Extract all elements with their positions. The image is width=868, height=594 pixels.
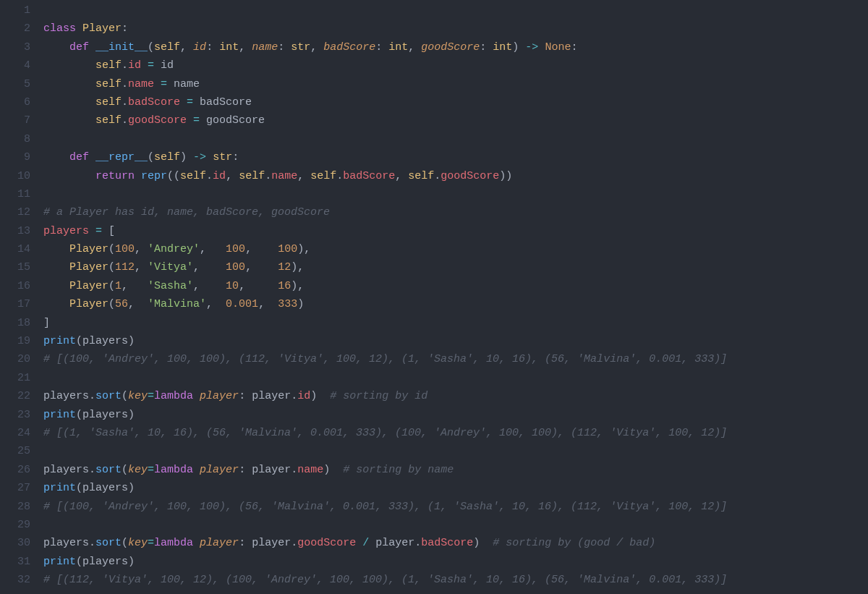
token-p: ( — [122, 537, 128, 549]
token-op: -> — [525, 41, 538, 54]
token-attr: id — [128, 59, 141, 72]
code-line[interactable]: players.sort(key=lambda player: player.i… — [43, 387, 868, 405]
line-number: 5 — [0, 75, 30, 93]
token-c: # sorting by id — [330, 390, 427, 402]
code-line[interactable]: self.badScore = badScore — [43, 93, 868, 111]
token-p: , — [297, 170, 310, 182]
code-line[interactable]: print(players) — [43, 332, 868, 350]
token-p: ] — [43, 317, 50, 329]
code-line[interactable]: self.name = name — [43, 75, 868, 93]
token-p: ) — [128, 409, 135, 421]
token-k: def — [69, 151, 89, 164]
token-cls: Player — [69, 243, 109, 255]
code-line[interactable] — [43, 130, 868, 148]
token-p: players — [82, 409, 128, 421]
token-p — [154, 78, 161, 90]
line-number: 20 — [0, 350, 30, 368]
code-line[interactable]: players = [ — [43, 222, 868, 240]
token-fn: sort — [95, 390, 122, 402]
token-par: id — [193, 41, 206, 54]
token-p: : — [571, 41, 577, 54]
code-line[interactable]: print(players) — [43, 479, 868, 497]
token-p: . — [122, 59, 128, 72]
token-p — [187, 114, 193, 127]
token-p: , — [258, 298, 278, 310]
code-line[interactable]: # [(112, 'Vitya', 100, 12), (100, 'Andre… — [43, 571, 868, 589]
token-attr: name — [271, 170, 297, 182]
token-op: = — [148, 390, 154, 402]
token-s: 'Sasha' — [148, 280, 193, 292]
token-p: : — [122, 22, 128, 35]
code-line[interactable]: self.goodScore = goodScore — [43, 111, 868, 130]
token-attr: name — [128, 78, 154, 90]
token-cls: int — [219, 41, 239, 54]
code-line[interactable] — [43, 185, 868, 203]
token-n: 100 — [226, 243, 245, 255]
code-line[interactable]: # a Player has id, name, badScore, goodS… — [43, 203, 868, 221]
code-line[interactable]: players.sort(key=lambda player: player.g… — [43, 534, 868, 552]
code-line[interactable]: # [(100, 'Andrey', 100, 100), (56, 'Malv… — [43, 498, 868, 516]
token-p: players. — [43, 390, 95, 402]
token-p: ) — [128, 482, 135, 494]
token-c: # [(100, 'Andrey', 100, 100), (112, 'Vit… — [43, 353, 727, 365]
token-p: player. — [252, 390, 297, 402]
line-number: 4 — [0, 56, 30, 75]
token-par: name — [252, 41, 278, 54]
code-line[interactable]: # [(1, 'Sasha', 10, 16), (56, 'Malvina',… — [43, 424, 868, 442]
token-c: # sorting by name — [343, 464, 454, 476]
token-p: . — [336, 170, 343, 182]
token-none: None — [545, 41, 571, 54]
token-p: players — [82, 556, 128, 568]
token-p: ( — [76, 556, 82, 568]
code-line[interactable]: class Player: — [43, 20, 868, 38]
token-p: : — [239, 390, 252, 402]
token-p: : — [239, 464, 252, 476]
code-line[interactable] — [43, 369, 868, 387]
line-number: 31 — [0, 553, 30, 571]
code-line[interactable] — [43, 516, 868, 534]
token-op: = — [193, 114, 200, 127]
code-editor[interactable]: 1234567891011121314151617181920212223242… — [0, 0, 868, 594]
code-line[interactable]: def __repr__(self) -> str: — [43, 148, 868, 166]
token-p: goodScore — [206, 114, 265, 127]
token-p — [43, 280, 69, 292]
token-p — [206, 151, 213, 164]
token-p — [89, 151, 95, 164]
token-op: = — [95, 225, 102, 237]
token-attr: goodScore — [128, 114, 187, 127]
token-p: ), — [291, 280, 304, 292]
code-line[interactable]: Player(112, 'Vitya', 100, 12), — [43, 258, 868, 276]
token-c: # [(112, 'Vitya', 100, 12), (100, 'Andre… — [43, 574, 727, 586]
code-line[interactable]: def __init__(self, id: int, name: str, b… — [43, 38, 868, 56]
code-line[interactable]: return repr((self.id, self.name, self.ba… — [43, 167, 868, 185]
token-p: , — [395, 170, 408, 182]
code-line[interactable]: self.id = id — [43, 56, 868, 75]
token-p — [369, 537, 375, 549]
token-p: player. — [375, 537, 421, 549]
code-area[interactable]: class Player: def __init__(self, id: int… — [43, 1, 868, 594]
code-line[interactable]: print(players) — [43, 553, 868, 571]
token-p: , — [206, 298, 226, 310]
code-line[interactable]: # [(100, 'Andrey', 100, 100), (112, 'Vit… — [43, 350, 868, 368]
token-n: 100 — [278, 243, 297, 255]
token-op: = — [148, 464, 154, 476]
line-number: 24 — [0, 424, 30, 442]
token-p — [43, 151, 69, 164]
line-number: 9 — [0, 148, 30, 166]
code-line[interactable]: Player(56, 'Malvina', 0.001, 333) — [43, 295, 868, 313]
line-number: 12 — [0, 203, 30, 221]
code-line[interactable]: ] — [43, 314, 868, 332]
code-line[interactable] — [43, 1, 868, 20]
code-line[interactable]: players.sort(key=lambda player: player.n… — [43, 461, 868, 479]
token-n: 100 — [115, 243, 135, 255]
code-line[interactable]: Player(100, 'Andrey', 100, 100), — [43, 240, 868, 258]
code-line[interactable]: print(players) — [43, 406, 868, 424]
line-number: 15 — [0, 258, 30, 276]
code-line[interactable]: Player(1, 'Sasha', 10, 16), — [43, 277, 868, 295]
token-p — [180, 96, 187, 109]
line-number: 14 — [0, 240, 30, 258]
line-number: 6 — [0, 93, 30, 111]
token-p — [193, 537, 200, 549]
token-n: 12 — [278, 261, 291, 273]
code-line[interactable] — [43, 442, 868, 460]
